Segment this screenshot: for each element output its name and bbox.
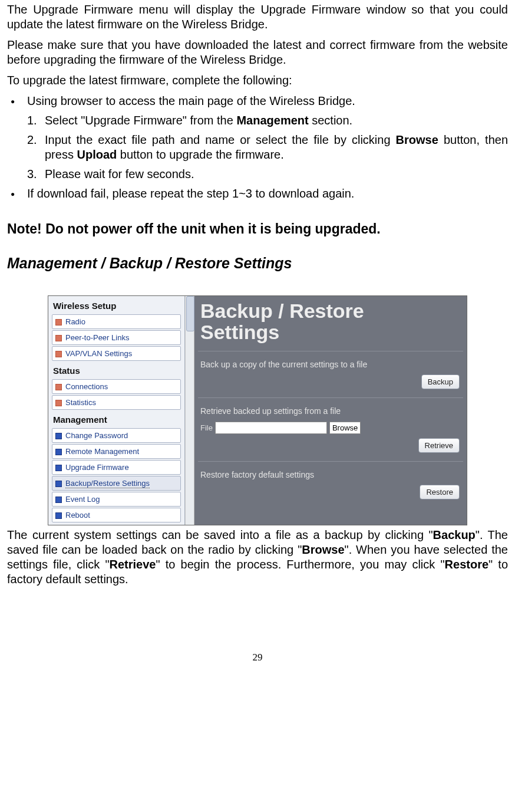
nav-category-status: Status (48, 362, 184, 378)
bold-text: Management (236, 114, 308, 127)
nav-label: VAP/VLAN Settings (65, 349, 132, 358)
restore-button[interactable]: Restore (420, 485, 460, 499)
nav-label: Statistics (65, 398, 96, 407)
step-3: 3. Please wait for few seconds. (7, 167, 508, 182)
file-path-input[interactable] (215, 422, 327, 434)
bold-text: Backup (433, 528, 476, 541)
title-line-1: Backup / Restore (200, 300, 364, 322)
bullet-item: If download fail, please repeat the step… (7, 186, 508, 201)
content-pane: Backup / Restore Settings Back up a copy… (194, 296, 467, 525)
scrollbar-thumb-icon (186, 296, 194, 331)
section-heading: Management / Backup / Restore Settings (7, 255, 508, 272)
nav-label: Reboot (65, 511, 90, 520)
nav-item-connections[interactable]: Connections (52, 379, 181, 394)
step-2: 2. Input the exact file path and name or… (7, 133, 508, 162)
bold-text: Browse (396, 133, 438, 146)
warning-note: Note! Do not power off the unit when it … (7, 221, 508, 237)
nav-item-statistics[interactable]: Statistics (52, 395, 181, 410)
page-title: Backup / Restore Settings (200, 301, 463, 343)
bold-text: Retrieve (110, 558, 156, 571)
bold-text: Browse (302, 543, 344, 556)
file-label: File (200, 423, 213, 432)
bold-text: Restore (445, 558, 488, 571)
nav-category-wireless: Wireless Setup (48, 297, 184, 313)
nav-label: Event Log (65, 495, 100, 504)
nav-label: Connections (65, 382, 108, 391)
nav-label: Change Password (65, 431, 128, 440)
backup-button[interactable]: Backup (421, 374, 460, 389)
nav-label: Radio (65, 317, 85, 326)
nav-label: Remote Management (65, 447, 139, 456)
retrieve-button[interactable]: Retrieve (418, 438, 460, 453)
nav-label: Upgrade Firmware (65, 463, 129, 472)
nav-category-management: Management (48, 411, 184, 427)
nav-item-peer-links[interactable]: Peer-to-Peer Links (52, 330, 181, 345)
text: " to begin the process. Furthermore, you… (156, 558, 444, 571)
paragraph: Please make sure that you have downloade… (7, 38, 508, 67)
nav-item-change-password[interactable]: Change Password (52, 428, 181, 443)
paragraph: The Upgrade Firmware menu will display t… (7, 2, 508, 32)
nav-item-upgrade-firmware[interactable]: Upgrade Firmware (52, 460, 181, 475)
step-number: 1. (27, 113, 37, 128)
bold-text: Upload (77, 148, 117, 161)
backup-section-label: Back up a copy of the current settings t… (200, 360, 461, 369)
divider (198, 397, 463, 398)
title-line-2: Settings (200, 321, 279, 343)
text: button to upgrade the firmware. (117, 148, 284, 161)
page-number: 29 (7, 652, 508, 663)
text: Input the exact file path and name or se… (45, 133, 396, 146)
bullet-item: Using browser to access the main page of… (7, 94, 508, 109)
text: section. (309, 114, 352, 127)
sidebar-scrollbar[interactable] (185, 296, 194, 525)
nav-item-remote-management[interactable]: Remote Management (52, 444, 181, 459)
step-number: 2. (27, 133, 37, 147)
divider (198, 351, 463, 351)
closing-paragraph: The current system settings can be saved… (7, 528, 508, 587)
step-number: 3. (27, 167, 37, 182)
text: Select "Upgrade Firmware" from the (45, 114, 236, 127)
browse-button[interactable]: Browse (329, 422, 361, 434)
divider (198, 461, 463, 462)
ui-screenshot: Wireless Setup Radio Peer-to-Peer Links … (48, 295, 467, 525)
nav-item-backup-restore[interactable]: Backup/Restore Settings (52, 476, 181, 491)
step-1: 1. Select "Upgrade Firmware" from the Ma… (7, 113, 508, 128)
paragraph: To upgrade the latest firmware, complete… (7, 73, 508, 88)
restore-section-label: Restore factory default settings (200, 470, 461, 479)
nav-label: Backup/Restore Settings (65, 479, 150, 488)
nav-label: Peer-to-Peer Links (65, 333, 129, 342)
text: The current system settings can be saved… (7, 528, 433, 541)
sidebar: Wireless Setup Radio Peer-to-Peer Links … (48, 296, 185, 525)
nav-item-reboot[interactable]: Reboot (52, 508, 181, 522)
retrieve-section-label: Retrieve backed up settings from a file (200, 406, 461, 416)
nav-item-radio[interactable]: Radio (52, 314, 181, 329)
nav-item-event-log[interactable]: Event Log (52, 492, 181, 507)
nav-item-vap-vlan[interactable]: VAP/VLAN Settings (52, 346, 181, 361)
text: Please wait for few seconds. (45, 167, 194, 180)
